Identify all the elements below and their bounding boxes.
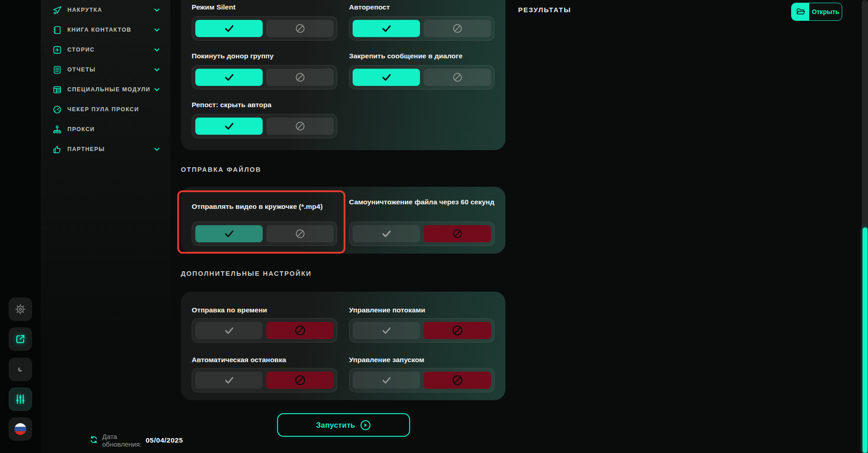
open-results-button[interactable]: Открыть [791, 3, 842, 21]
toggle-off-segment[interactable] [266, 69, 334, 86]
run-button-label: Запустить [316, 421, 355, 429]
sidebar-item-label: Специальные модули [67, 86, 153, 93]
toggle-zakrepit-soobshchenie[interactable] [349, 65, 495, 90]
sidebar-item-label: Чекер пула прокси [67, 106, 153, 113]
check-icon [222, 325, 236, 336]
sidebar-item-contacts-book[interactable]: Книга контактов [41, 20, 170, 40]
check-icon [222, 374, 236, 386]
section-title-extra-settings: ДОПОЛНИТЕЛЬНЫЕ НАСТРОЙКИ [181, 270, 312, 277]
toggle-pokinut-donor-gruppu[interactable] [192, 65, 337, 90]
toggle-off-segment[interactable] [266, 372, 334, 389]
toggle-upravlenie-potokami[interactable] [349, 318, 495, 343]
filters-button[interactable] [9, 387, 32, 411]
prohibited-icon [294, 120, 306, 132]
toggle-label: Самоуничтожение файла через 60 секунд [349, 198, 498, 206]
reports-icon [52, 65, 62, 75]
toggle-label: Режим Silent [192, 3, 236, 11]
check-icon [222, 23, 236, 34]
toggle-on-segment[interactable] [195, 20, 263, 37]
chevron-down-icon [153, 66, 160, 73]
check-icon [380, 228, 393, 240]
toggle-avtorepost[interactable] [349, 16, 495, 41]
toggle-samounichtozhenie-faila[interactable] [349, 222, 495, 246]
toggle-off-segment[interactable] [266, 20, 334, 37]
toggle-off-segment[interactable] [266, 225, 334, 242]
scrollbar-thumb[interactable] [863, 227, 868, 453]
toggle-on-segment[interactable] [195, 322, 263, 339]
sidebar-item-reports[interactable]: Отчеты [41, 60, 170, 80]
ru-flag-icon [14, 423, 27, 435]
toggle-video-v-kruzhochke[interactable] [192, 222, 337, 246]
toggle-otpravka-po-vremeni[interactable] [192, 318, 337, 343]
toggle-label: Автоматическая остановка [192, 355, 286, 364]
toggle-off-segment[interactable] [266, 118, 334, 135]
prohibited-icon [294, 23, 306, 34]
toggle-on-segment[interactable] [195, 372, 263, 389]
chevron-down-icon [153, 26, 160, 33]
sidebar-item-stories[interactable]: Сторис [41, 40, 170, 60]
toggle-off-segment[interactable] [424, 322, 491, 339]
toggle-off-segment[interactable] [424, 20, 491, 37]
chevron-down-icon [153, 46, 160, 53]
toggle-label: Закрепить сообщение в диалоге [349, 52, 462, 60]
prohibited-icon [452, 23, 463, 34]
chevron-down-icon [153, 6, 160, 14]
proxy-icon [52, 124, 62, 134]
sidebar-item-label: Отчеты [67, 66, 153, 73]
language-button[interactable] [9, 417, 32, 441]
section-title-file-sending: ОТПРАВКА ФАЙЛОВ [181, 166, 261, 173]
contacts-book-icon [52, 25, 62, 35]
toggle-label: Отправка по времени [192, 306, 267, 314]
play-icon [360, 420, 371, 431]
toggle-upravlenie-zapuskom[interactable] [349, 368, 495, 392]
toggle-on-segment[interactable] [353, 20, 420, 37]
sliders-icon [14, 393, 26, 405]
toggle-on-segment[interactable] [353, 225, 420, 242]
check-icon [380, 374, 393, 386]
sidebar-item-label: Партнеры [67, 146, 153, 152]
toggle-off-segment[interactable] [266, 322, 334, 339]
toggle-on-segment[interactable] [195, 69, 263, 86]
check-icon [222, 71, 236, 83]
toggle-off-segment[interactable] [424, 225, 491, 242]
sidebar-item-proxy[interactable]: Прокси [41, 119, 170, 139]
results-title: РЕЗУЛЬТАТЫ [518, 6, 571, 14]
sidebar-item-special-modules[interactable]: Специальные модули [41, 80, 170, 99]
prohibited-icon [452, 228, 463, 240]
prohibited-icon [294, 71, 306, 83]
sidebar-menu: Накрутка Книга контактов [41, 0, 170, 159]
chevron-down-icon [153, 146, 160, 153]
theme-button[interactable] [9, 358, 32, 381]
toggle-off-segment[interactable] [424, 372, 491, 389]
toggle-label: Управление потоками [349, 306, 425, 314]
open-external-button[interactable] [9, 327, 32, 351]
check-icon [222, 228, 236, 240]
sidebar-panel: Накрутка Книга контактов [41, 0, 170, 453]
update-date-value: 05/04/2025 [146, 436, 183, 444]
sidebar-item-partners[interactable]: Партнеры [41, 139, 170, 159]
scrollbar-track[interactable] [862, 0, 868, 453]
toggle-on-segment[interactable] [353, 322, 420, 339]
toggle-label: Авторепост [349, 3, 390, 11]
toggle-rezhim-silent[interactable] [192, 16, 337, 41]
toggle-off-segment[interactable] [424, 69, 491, 86]
toggle-on-segment[interactable] [195, 225, 263, 242]
check-icon [380, 23, 393, 34]
toggle-on-segment[interactable] [353, 372, 420, 389]
toggle-repost-skryt-avtora[interactable] [192, 114, 337, 138]
run-button[interactable]: Запустить [277, 413, 410, 437]
refresh-icon[interactable] [90, 435, 98, 446]
prohibited-icon [294, 228, 306, 240]
prohibited-icon [451, 374, 464, 387]
toggle-on-segment[interactable] [353, 69, 420, 86]
sidebar-item-nakrutka[interactable]: Накрутка [41, 0, 170, 20]
sidebar-item-proxy-checker[interactable]: Чекер пула прокси [41, 99, 170, 119]
check-icon [222, 120, 236, 132]
modules-icon [52, 85, 62, 94]
external-link-icon [14, 333, 26, 345]
sidebar-item-label: Книга контактов [67, 27, 153, 33]
settings-button[interactable] [9, 297, 32, 321]
toggle-avtomaticheskaya-ostanovka[interactable] [192, 368, 337, 392]
toggle-on-segment[interactable] [195, 118, 263, 135]
toggle-label: Отправлять видео в кружочке (*.mp4) [192, 202, 341, 211]
